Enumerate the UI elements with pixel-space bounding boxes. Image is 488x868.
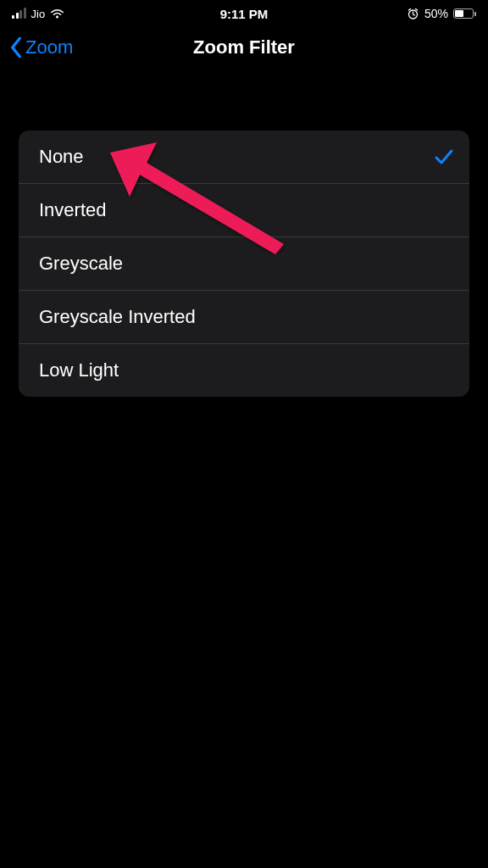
status-bar: Jio 9:11 PM 50% (0, 0, 488, 24)
status-time: 9:11 PM (220, 7, 269, 21)
filter-option-inverted[interactable]: Inverted (19, 184, 469, 237)
checkmark-icon (434, 147, 454, 166)
filter-option-greyscale-inverted[interactable]: Greyscale Inverted (19, 291, 469, 344)
filter-label: Greyscale (39, 253, 123, 275)
content: None Inverted Greyscale Greyscale Invert… (0, 71, 488, 397)
signal-strength-icon (12, 8, 26, 19)
carrier-label: Jio (31, 8, 46, 20)
back-label: Zoom (25, 36, 73, 58)
filter-option-none[interactable]: None (19, 131, 469, 184)
filter-label: Low Light (39, 359, 119, 381)
wifi-icon (50, 8, 64, 19)
filter-label: Inverted (39, 199, 107, 221)
filter-list: None Inverted Greyscale Greyscale Invert… (19, 131, 469, 397)
page-title: Zoom Filter (193, 36, 295, 58)
status-right: 50% (407, 7, 476, 20)
battery-icon (453, 8, 476, 19)
status-left: Jio (12, 8, 64, 20)
chevron-left-icon (8, 36, 24, 58)
filter-option-greyscale[interactable]: Greyscale (19, 237, 469, 291)
filter-label: Greyscale Inverted (39, 306, 196, 328)
navigation-bar: Zoom Zoom Filter (0, 24, 488, 71)
filter-label: None (39, 146, 84, 168)
filter-option-low-light[interactable]: Low Light (19, 344, 469, 397)
battery-percent: 50% (424, 7, 448, 20)
back-button[interactable]: Zoom (8, 36, 73, 58)
alarm-icon (407, 8, 419, 20)
